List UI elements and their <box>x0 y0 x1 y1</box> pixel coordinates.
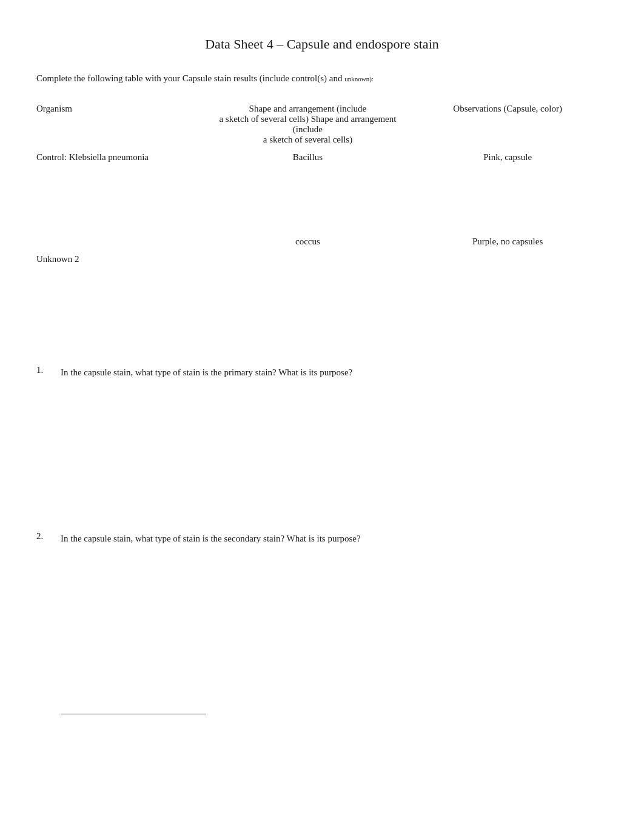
sketch-organism-2 <box>36 268 208 329</box>
organism-cell-2 <box>36 233 208 250</box>
sketch-row-1 <box>36 166 608 233</box>
shape-cell-2: coccus <box>208 233 408 250</box>
sketch-organism-1 <box>36 166 208 233</box>
intro-main-text: Complete the following table with your C… <box>36 73 344 83</box>
sketch-obs-1 <box>408 166 608 233</box>
data-table: Organism Shape and arrangement (include … <box>36 100 608 329</box>
obs-cell-unknown-empty <box>408 250 608 268</box>
organism-cell-1: Control: Klebsiella pneumonia <box>36 149 208 166</box>
answer-area-2 <box>36 576 608 697</box>
col-header-shape: Shape and arrangement (include a sketch … <box>208 100 408 149</box>
sketch-shape-2 <box>208 268 408 329</box>
col-header-observations: Observations (Capsule, color) <box>408 100 608 149</box>
question-2-text: In the capsule stain, what type of stain… <box>61 531 608 546</box>
table-row-unknown-label: Unknown 2 <box>36 250 608 268</box>
obs-cell-1: Pink, capsule <box>408 149 608 166</box>
question-1-number: 1. <box>36 365 61 375</box>
question-2: 2. In the capsule stain, what type of st… <box>36 531 608 546</box>
sketch-row-2 <box>36 268 608 329</box>
intro-line: Complete the following table with your C… <box>36 72 608 86</box>
question-2-number: 2. <box>36 531 61 542</box>
shape-cell-unknown-empty <box>208 250 408 268</box>
col-header-organism: Organism <box>36 100 208 149</box>
sketch-obs-2 <box>408 268 608 329</box>
question-1-text: In the capsule stain, what type of stain… <box>61 365 608 380</box>
page-title: Data Sheet 4 – Capsule and endospore sta… <box>36 36 608 52</box>
obs-cell-2: Purple, no capsules <box>408 233 608 250</box>
shape-cell-1: Bacillus <box>208 149 408 166</box>
table-row: Control: Klebsiella pneumonia Bacillus P… <box>36 149 608 166</box>
question-1: 1. In the capsule stain, what type of st… <box>36 365 608 380</box>
sketch-shape-1 <box>208 166 408 233</box>
answer-area-1 <box>36 410 608 531</box>
questions-section: 1. In the capsule stain, what type of st… <box>36 365 608 714</box>
organism-cell-unknown: Unknown 2 <box>36 250 208 268</box>
intro-small-text: unknown): <box>344 75 374 82</box>
answer-line-2 <box>61 703 608 714</box>
table-row-unknown: coccus Purple, no capsules <box>36 233 608 250</box>
answer-underline <box>61 703 206 714</box>
